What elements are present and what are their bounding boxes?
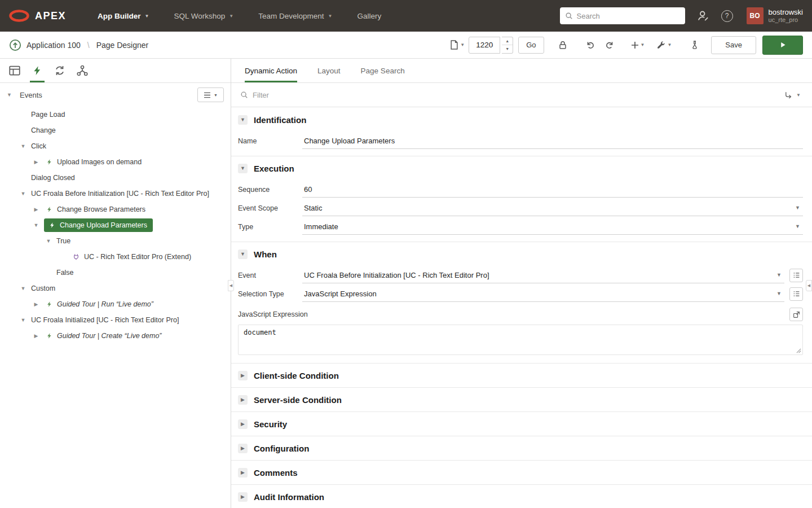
page-number-input[interactable] [469, 37, 500, 54]
nav-gallery[interactable]: Gallery [345, 0, 394, 32]
expand-icon[interactable]: ▶ [238, 468, 248, 478]
chevron-down-icon: ▼ [796, 93, 801, 98]
name-input[interactable] [304, 137, 801, 145]
dynamic-action-icon [47, 221, 57, 230]
tree-item-click[interactable]: ▼ Click [0, 138, 231, 154]
tab-page-search[interactable]: Page Search [361, 59, 405, 82]
redo-icon[interactable] [601, 36, 619, 54]
event-select[interactable]: UC Froala Before Initialization [UC - Ri… [302, 267, 784, 283]
chevron-right-icon[interactable]: ▶ [32, 207, 41, 212]
tab-layout[interactable]: Layout [317, 59, 341, 82]
nav-sql-workshop[interactable]: SQL Workshop▼ [161, 0, 246, 32]
section-header[interactable]: ▶ Comments [231, 461, 812, 484]
help-icon[interactable]: ? [721, 10, 733, 22]
processing-tab[interactable] [48, 59, 71, 82]
selection-type-lov-button[interactable] [789, 287, 803, 301]
property-editor-panel: Dynamic Action Layout Page Search ▼ [231, 59, 812, 508]
section-header[interactable]: ▶ Server-side Condition [231, 388, 812, 411]
go-button[interactable]: Go [518, 37, 544, 54]
collapse-icon[interactable]: ▼ [238, 249, 248, 259]
oracle-apex-logo[interactable]: APEX [9, 10, 66, 22]
resize-handle[interactable] [796, 348, 801, 353]
expand-icon[interactable]: ▶ [238, 444, 248, 453]
event-scope-select[interactable]: Static ▼ [302, 200, 803, 216]
page-select-menu[interactable]: ▼ [448, 36, 467, 54]
section-header[interactable]: ▶ Configuration [231, 436, 812, 460]
tree-item-guided-tour-run-live-demo[interactable]: ▶ Guided Tour | Run “Live demo” [0, 296, 231, 312]
section-header[interactable]: ▶ Security [231, 412, 812, 436]
save-button[interactable]: Save [711, 36, 756, 54]
collapse-left-panel-handle[interactable]: ◀ [228, 280, 234, 291]
step-up-button[interactable]: ▲ [502, 37, 513, 45]
undo-icon[interactable] [581, 36, 599, 54]
rendering-tab[interactable] [3, 59, 26, 82]
chevron-down-icon[interactable]: ▼ [19, 191, 28, 196]
filter-input[interactable] [253, 91, 777, 99]
js-expression-textarea[interactable]: document [239, 325, 802, 354]
breadcrumb-application[interactable]: Application 100 [27, 41, 81, 50]
field-event: Event UC Froala Before Initialization [U… [231, 266, 812, 284]
expand-icon[interactable]: ▶ [238, 371, 248, 380]
nav-team-development[interactable]: Team Development▼ [246, 0, 345, 32]
section-header[interactable]: ▼ Execution [231, 156, 812, 180]
run-page-button[interactable] [762, 36, 803, 55]
tree-item-change[interactable]: Change [0, 122, 231, 138]
create-menu-button[interactable]: ▼ [629, 36, 647, 54]
dynamic-actions-tab[interactable] [26, 59, 48, 82]
event-lov-button[interactable] [789, 269, 803, 282]
chevron-right-icon[interactable]: ▶ [32, 159, 41, 165]
tree-item-custom[interactable]: ▼ Custom [0, 281, 231, 296]
chevron-down-icon[interactable]: ▼ [19, 143, 28, 149]
apex-page-designer: APEX App Builder▼ SQL Workshop▼ Team Dev… [0, 0, 812, 508]
chevron-down-icon[interactable]: ▼ [19, 317, 28, 323]
chevron-right-icon[interactable]: ▶ [32, 333, 41, 339]
code-editor-expand-button[interactable] [789, 308, 803, 321]
global-search [560, 7, 685, 24]
utilities-menu-button[interactable]: ▼ [654, 36, 674, 54]
tree-item-false[interactable]: False [0, 265, 231, 281]
account-icon[interactable] [698, 10, 709, 21]
search-input[interactable] [577, 12, 680, 20]
chevron-down-icon[interactable]: ▼ [32, 222, 41, 228]
chevron-down-icon: ▼ [145, 14, 149, 19]
tree-item-guided-tour-create-live-demo[interactable]: ▶ Guided Tour | Create “Live demo” [0, 328, 231, 344]
sequence-input[interactable] [304, 185, 801, 194]
brand-title: APEX [35, 10, 66, 22]
shared-components-icon[interactable] [686, 36, 704, 54]
chevron-down-icon[interactable]: ▼ [44, 238, 53, 244]
tab-dynamic-action[interactable]: Dynamic Action [245, 59, 297, 82]
selection-type-select[interactable]: JavaScript Expression ▼ [302, 286, 784, 302]
section-header[interactable]: ▼ When [231, 242, 812, 266]
page-number-stepper: ▲ ▼ [502, 37, 513, 54]
type-select[interactable]: Immediate ▼ [302, 218, 803, 235]
chevron-down-icon[interactable]: ▼ [19, 286, 28, 291]
tree-item-uc-rich-text-editor-pro-extend[interactable]: UC - Rich Text Editor Pro (Extend) [0, 249, 231, 265]
tree-item-upload-images-on-demand[interactable]: ▶ Upload Images on demand [0, 154, 231, 170]
tree-item-change-upload-parameters[interactable]: ▼ Change Upload Parameters [0, 217, 231, 233]
go-to-selection-menu[interactable]: ▼ [782, 89, 803, 102]
tree-menu-button[interactable]: ▼ [197, 87, 224, 102]
page-shared-components-tab[interactable] [71, 59, 94, 82]
tree-item-true[interactable]: ▼ True [0, 233, 231, 249]
chevron-down-icon[interactable]: ▼ [7, 92, 16, 98]
section-header[interactable]: ▶ Client-side Condition [231, 364, 812, 387]
lock-icon[interactable] [554, 36, 572, 54]
collapse-icon[interactable]: ▼ [238, 115, 248, 125]
expand-icon[interactable]: ▶ [238, 419, 248, 429]
tree-item-page-load[interactable]: Page Load [0, 107, 231, 122]
step-down-button[interactable]: ▼ [502, 45, 513, 53]
collapse-icon[interactable]: ▼ [238, 164, 248, 173]
chevron-right-icon[interactable]: ▶ [32, 301, 41, 307]
tree-item-dialog-closed[interactable]: Dialog Closed [0, 170, 231, 186]
tree-item-uc-froala-before-initialization[interactable]: ▼ UC Froala Before Initialization [UC - … [0, 186, 231, 202]
user-avatar[interactable]: BO [747, 7, 764, 24]
expand-icon[interactable]: ▶ [238, 395, 248, 405]
expand-icon[interactable]: ▶ [238, 492, 248, 502]
section-header[interactable]: ▶ Audit Information [231, 485, 812, 508]
nav-app-builder[interactable]: App Builder▼ [85, 0, 161, 32]
section-header[interactable]: ▼ Identification [231, 108, 812, 132]
tree-root-events[interactable]: ▼ Events ▼ [0, 83, 231, 107]
collapse-right-panel-handle[interactable]: ◀ [806, 280, 812, 291]
tree-item-change-browse-parameters[interactable]: ▶ Change Browse Parameters [0, 202, 231, 217]
tree-item-uc-froala-initialized[interactable]: ▼ UC Froala Initialized [UC - Rich Text … [0, 312, 231, 328]
